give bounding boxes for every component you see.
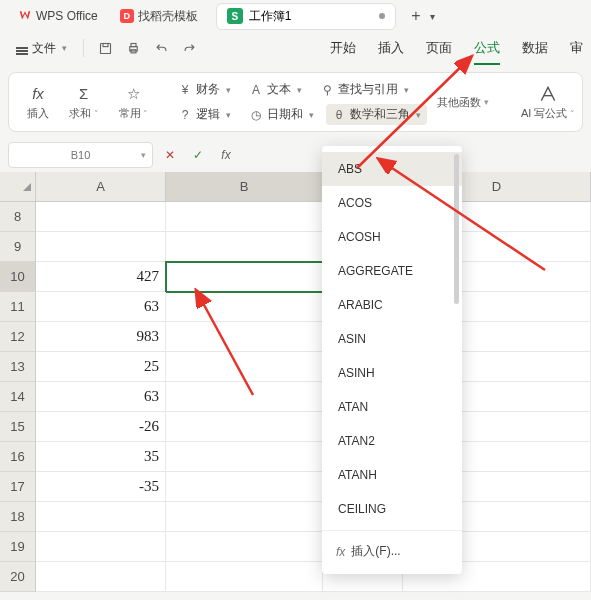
insert-function-button[interactable]: fx 插入 <box>19 82 57 123</box>
function-item[interactable]: ACOSH <box>322 220 462 254</box>
undo-button[interactable] <box>148 36 174 60</box>
insert-function-item[interactable]: fx 插入(F)... <box>322 535 462 568</box>
cell[interactable] <box>36 562 166 592</box>
template-tab[interactable]: D 找稻壳模板 <box>110 4 208 29</box>
scrollbar[interactable] <box>454 154 459 304</box>
finance-icon: ¥ <box>178 83 192 97</box>
cell[interactable] <box>36 532 166 562</box>
name-box[interactable]: B10 ▾ <box>8 142 153 168</box>
cell[interactable] <box>36 202 166 232</box>
cell[interactable]: 63 <box>36 292 166 322</box>
row-header[interactable]: 13 <box>0 352 36 382</box>
ai-formula-button[interactable]: AI 写公式 ˅ <box>513 82 583 123</box>
row-header[interactable]: 20 <box>0 562 36 592</box>
cell[interactable] <box>166 412 323 442</box>
row-header[interactable]: 10 <box>0 262 36 292</box>
cell[interactable]: 983 <box>36 322 166 352</box>
tab-start[interactable]: 开始 <box>330 37 356 59</box>
function-item[interactable]: CEILING <box>322 492 462 526</box>
autosum-button[interactable]: Σ 求和 ˅ <box>61 82 107 123</box>
spreadsheet-grid: ABCD89104271163129831325146315-26163517-… <box>0 172 591 592</box>
row-header[interactable]: 15 <box>0 412 36 442</box>
function-item[interactable]: ASINH <box>322 356 462 390</box>
function-item[interactable]: ATANH <box>322 458 462 492</box>
cell[interactable] <box>166 202 323 232</box>
chevron-down-icon: ▾ <box>484 97 489 107</box>
cell[interactable] <box>166 442 323 472</box>
cell[interactable]: 427 <box>36 262 166 292</box>
text-dropdown[interactable]: A文本▾ <box>243 79 308 100</box>
row-header[interactable]: 14 <box>0 382 36 412</box>
tab-formula[interactable]: 公式 <box>474 37 500 59</box>
cell[interactable] <box>166 562 323 592</box>
finance-dropdown[interactable]: ¥财务▾ <box>172 79 237 100</box>
tab-data[interactable]: 数据 <box>522 37 548 59</box>
row-header[interactable]: 12 <box>0 322 36 352</box>
row-header[interactable]: 19 <box>0 532 36 562</box>
cell[interactable] <box>166 502 323 532</box>
function-item[interactable]: ACOS <box>322 186 462 220</box>
row-header[interactable]: 9 <box>0 232 36 262</box>
cell[interactable] <box>166 532 323 562</box>
tab-insert[interactable]: 插入 <box>378 37 404 59</box>
tab-review[interactable]: 审 <box>570 37 583 59</box>
file-menu[interactable]: 文件 ▾ <box>8 37 75 60</box>
row-header[interactable]: 11 <box>0 292 36 322</box>
new-tab-button[interactable]: + <box>406 6 426 26</box>
cell[interactable]: -26 <box>36 412 166 442</box>
cell[interactable] <box>166 232 323 262</box>
spreadsheet-icon: S <box>227 8 243 24</box>
cell[interactable]: 25 <box>36 352 166 382</box>
column-header[interactable]: A <box>36 172 166 202</box>
row-header[interactable]: 8 <box>0 202 36 232</box>
function-item[interactable]: AGGREGATE <box>322 254 462 288</box>
math-trig-dropdown[interactable]: θ数学和三角▾ <box>326 104 427 125</box>
chevron-down-icon: ˅ <box>141 109 149 119</box>
cell[interactable] <box>36 502 166 532</box>
wps-office-tab[interactable]: WPS Office <box>8 5 108 27</box>
menu-icon <box>16 47 28 49</box>
cell[interactable] <box>36 232 166 262</box>
logic-dropdown[interactable]: ?逻辑▾ <box>172 104 237 125</box>
row-header[interactable]: 17 <box>0 472 36 502</box>
cell[interactable] <box>166 352 323 382</box>
unsaved-dot-icon <box>379 13 385 19</box>
function-item[interactable]: ATAN <box>322 390 462 424</box>
print-button[interactable] <box>120 36 146 60</box>
fx-icon: fx <box>336 545 345 559</box>
confirm-button[interactable]: ✓ <box>187 144 209 166</box>
function-item[interactable]: ASIN <box>322 322 462 356</box>
cell[interactable] <box>166 322 323 352</box>
document-tab[interactable]: S 工作簿1 <box>216 3 396 30</box>
insert-fn-label: 插入 <box>27 106 49 121</box>
fx-button[interactable]: fx <box>215 144 237 166</box>
select-all-corner[interactable] <box>0 172 36 202</box>
function-item[interactable]: ABS <box>322 152 462 186</box>
redo-button[interactable] <box>176 36 202 60</box>
docer-icon: D <box>120 9 134 23</box>
column-header[interactable]: B <box>166 172 323 202</box>
lookup-dropdown[interactable]: ⚲查找与引用▾ <box>314 79 415 100</box>
separator <box>322 530 462 531</box>
insert-function-label: 插入(F)... <box>351 543 400 560</box>
row-header[interactable]: 16 <box>0 442 36 472</box>
chevron-down-icon: ▾ <box>226 85 231 95</box>
cell[interactable]: 35 <box>36 442 166 472</box>
function-item[interactable]: ATAN2 <box>322 424 462 458</box>
cell[interactable] <box>166 292 323 322</box>
datetime-dropdown[interactable]: ◷日期和▾ <box>243 104 320 125</box>
other-functions-dropdown[interactable]: 其他函数▾ <box>431 80 497 124</box>
cell[interactable]: -35 <box>36 472 166 502</box>
cell[interactable]: 63 <box>36 382 166 412</box>
function-item[interactable]: ARABIC <box>322 288 462 322</box>
cell[interactable] <box>166 262 323 292</box>
fx-icon: fx <box>28 84 48 104</box>
tabs-dropdown-icon[interactable]: ▾ <box>430 11 446 22</box>
save-button[interactable] <box>92 36 118 60</box>
cancel-button[interactable]: ✕ <box>159 144 181 166</box>
cell[interactable] <box>166 382 323 412</box>
tab-page[interactable]: 页面 <box>426 37 452 59</box>
row-header[interactable]: 18 <box>0 502 36 532</box>
common-button[interactable]: ☆ 常用 ˅ <box>111 82 157 123</box>
cell[interactable] <box>166 472 323 502</box>
